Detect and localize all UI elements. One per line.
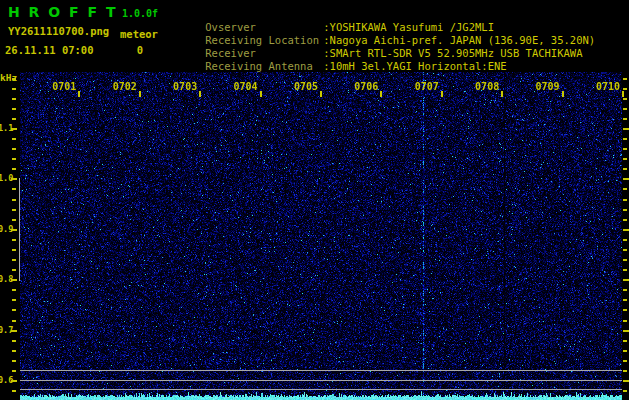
x-axis-label: 0707 [395, 81, 439, 92]
y-axis-major-tick [11, 229, 17, 231]
y-axis-minor-tick [623, 138, 627, 140]
y-axis-minor-tick [12, 320, 16, 322]
y-axis-minor-tick [12, 259, 16, 261]
y-axis-minor-tick [623, 78, 627, 80]
x-axis-tick [380, 91, 382, 97]
x-axis-label: 0706 [334, 81, 378, 92]
y-axis-major-tick [623, 330, 629, 332]
y-axis-minor-tick [12, 289, 16, 291]
antenna-label: Receiving Antenna [205, 60, 323, 72]
y-axis-minor-tick [12, 118, 16, 120]
y-axis-major-tick [11, 279, 17, 281]
y-axis-minor-tick [623, 370, 627, 372]
x-axis-tick [501, 91, 503, 97]
y-axis-major-tick [11, 330, 17, 332]
y-axis-minor-tick [623, 309, 627, 311]
y-axis-minor-tick [623, 269, 627, 271]
app-title: H R O F F T [8, 4, 117, 20]
y-axis-minor-tick [623, 219, 627, 221]
x-axis-label: 0702 [93, 81, 137, 92]
y-axis-minor-tick [623, 259, 627, 261]
meteor-count: 0 [130, 44, 150, 56]
y-axis-minor-tick [12, 88, 16, 90]
y-axis-minor-tick [12, 188, 16, 190]
y-axis-minor-tick [12, 299, 16, 301]
y-axis-minor-tick [12, 309, 16, 311]
antenna-value: :10mH 3el.YAGI Horizontal:ENE [323, 60, 506, 72]
y-axis-minor-tick [623, 340, 627, 342]
spectrogram-canvas [20, 72, 622, 400]
y-axis-minor-tick [12, 158, 16, 160]
y-axis-minor-tick [623, 148, 627, 150]
x-axis-tick [441, 91, 443, 97]
y-axis-minor-tick [12, 209, 16, 211]
y-axis-minor-tick [12, 340, 16, 342]
y-axis-minor-tick [623, 188, 627, 190]
y-axis-minor-tick [12, 138, 16, 140]
y-axis-minor-tick [12, 199, 16, 201]
x-axis-label: 0704 [214, 81, 258, 92]
x-axis-tick [622, 91, 624, 97]
y-axis-minor-tick [12, 249, 16, 251]
x-axis-tick [78, 91, 80, 97]
y-axis-minor-tick [623, 249, 627, 251]
y-axis-minor-tick [12, 78, 16, 80]
datetime-label: 26.11.11 07:00 [5, 44, 94, 56]
x-axis-tick [562, 91, 564, 97]
x-axis-label: 0705 [274, 81, 318, 92]
y-axis-minor-tick [12, 168, 16, 170]
y-axis-major-tick [11, 380, 17, 382]
y-axis-minor-tick [12, 370, 16, 372]
y-axis-minor-tick [12, 98, 16, 100]
y-axis-minor-tick [623, 289, 627, 291]
x-axis-tick [199, 91, 201, 97]
y-axis-minor-tick [12, 390, 16, 392]
y-axis-major-tick [623, 229, 629, 231]
app-version: 1.0.0f [122, 8, 158, 19]
y-axis-minor-tick [623, 108, 627, 110]
output-filename: YY2611110700.png [8, 25, 109, 37]
y-axis-minor-tick [623, 360, 627, 362]
y-axis-major-tick [11, 128, 17, 130]
x-axis-tick [260, 91, 262, 97]
y-axis-major-tick [623, 380, 629, 382]
y-axis-minor-tick [623, 239, 627, 241]
y-axis-minor-tick [623, 299, 627, 301]
calibration-bar [19, 178, 20, 281]
y-axis-minor-tick [12, 269, 16, 271]
y-axis-major-tick [11, 178, 17, 180]
y-axis-minor-tick [12, 219, 16, 221]
y-axis-minor-tick [12, 148, 16, 150]
mode-label: meteor [120, 28, 158, 40]
y-axis-minor-tick [12, 239, 16, 241]
y-axis-minor-tick [623, 199, 627, 201]
x-axis-tick [139, 91, 141, 97]
y-axis-minor-tick [623, 118, 627, 120]
hrofft-screen: H R O F F T 1.0.0f YY2611110700.png mete… [0, 0, 629, 400]
y-axis-minor-tick [623, 350, 627, 352]
y-axis-minor-tick [623, 98, 627, 100]
y-axis-major-tick [623, 279, 629, 281]
y-axis-minor-tick [12, 360, 16, 362]
y-axis-major-tick [623, 128, 629, 130]
x-axis-label: 0701 [32, 81, 76, 92]
x-axis-label: 0709 [516, 81, 560, 92]
y-axis-minor-tick [623, 209, 627, 211]
x-axis-tick [320, 91, 322, 97]
y-axis-major-tick [623, 178, 629, 180]
y-axis-minor-tick [12, 350, 16, 352]
y-axis-minor-tick [623, 168, 627, 170]
y-axis-minor-tick [623, 320, 627, 322]
x-axis-label: 0703 [153, 81, 197, 92]
x-axis-label: 0710 [576, 81, 620, 92]
y-axis-minor-tick [623, 158, 627, 160]
x-axis-label: 0708 [455, 81, 499, 92]
y-axis-minor-tick [12, 108, 16, 110]
y-axis-minor-tick [623, 88, 627, 90]
y-axis-minor-tick [623, 390, 627, 392]
